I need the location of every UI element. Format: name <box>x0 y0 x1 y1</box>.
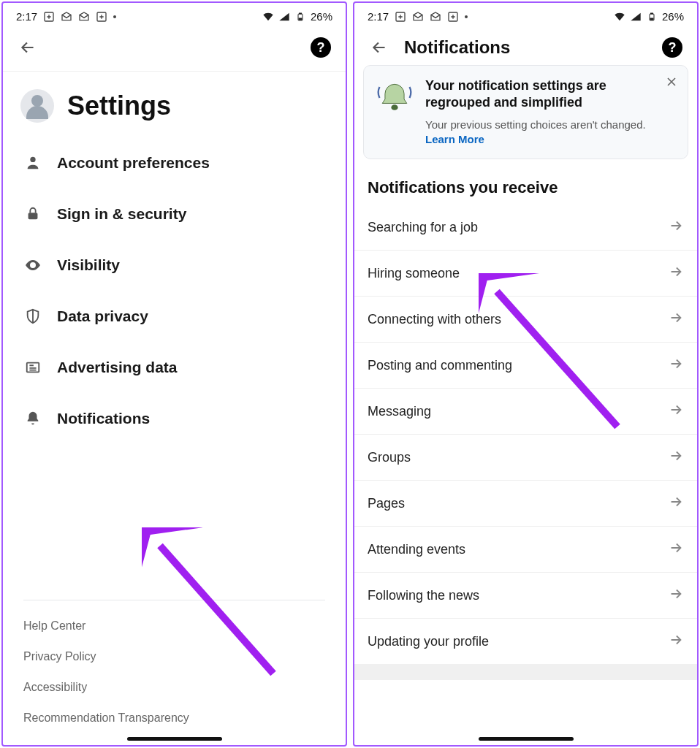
close-icon[interactable] <box>664 75 679 89</box>
notif-label: Groups <box>368 450 411 465</box>
footer-link-accessibility[interactable]: Accessibility <box>23 672 325 703</box>
app-icon-1 <box>395 11 406 23</box>
help-button[interactable]: ? <box>662 37 682 58</box>
svg-rect-4 <box>299 18 302 20</box>
chevron-right-icon <box>668 540 684 559</box>
app-header: Notifications ? <box>354 27 697 65</box>
eye-icon <box>23 256 42 275</box>
bell-icon <box>23 409 42 428</box>
nav-bar-indicator <box>479 737 574 741</box>
status-bar: 2:17 26% <box>3 3 346 27</box>
chevron-right-icon <box>668 264 684 283</box>
battery-icon <box>646 11 658 23</box>
app-icon-2 <box>96 11 107 23</box>
signal-icon <box>278 11 290 23</box>
menu-list: Account preferences Sign in & security V… <box>3 130 346 595</box>
nav-bar-indicator <box>127 737 222 741</box>
chevron-right-icon <box>668 356 684 375</box>
notif-item-messaging[interactable]: Messaging <box>354 389 697 435</box>
notif-item-groups[interactable]: Groups <box>354 435 697 481</box>
signal-icon <box>630 11 642 23</box>
menu-item-advertising-data[interactable]: Advertising data <box>3 342 346 393</box>
notif-item-pages[interactable]: Pages <box>354 481 697 527</box>
notif-item-connecting[interactable]: Connecting with others <box>354 297 697 343</box>
battery-text: 26% <box>662 10 684 23</box>
menu-item-notifications[interactable]: Notifications <box>3 393 346 444</box>
menu-item-account-preferences[interactable]: Account preferences <box>3 137 346 188</box>
notif-item-news[interactable]: Following the news <box>354 573 697 619</box>
notification-list: Searching for a job Hiring someone Conne… <box>354 205 697 664</box>
notif-label: Following the news <box>368 588 479 603</box>
mail-icon-1 <box>412 11 424 23</box>
menu-label: Notifications <box>57 410 150 427</box>
notif-label: Pages <box>368 496 405 511</box>
chevron-right-icon <box>668 586 684 605</box>
menu-label: Sign in & security <box>57 205 186 223</box>
menu-item-visibility[interactable]: Visibility <box>3 240 346 291</box>
status-dot <box>113 15 116 18</box>
svg-rect-13 <box>650 18 653 20</box>
notif-item-events[interactable]: Attending events <box>354 527 697 573</box>
menu-label: Account preferences <box>57 154 210 172</box>
help-button[interactable]: ? <box>311 37 331 58</box>
chevron-right-icon <box>668 494 684 513</box>
notif-label: Searching for a job <box>368 220 478 235</box>
notif-label: Connecting with others <box>368 312 501 327</box>
notif-item-hiring[interactable]: Hiring someone <box>354 251 697 297</box>
notif-item-searching-job[interactable]: Searching for a job <box>354 205 697 251</box>
notif-label: Hiring someone <box>368 266 460 281</box>
chevron-right-icon <box>668 402 684 421</box>
mail-icon-2 <box>430 11 441 23</box>
info-banner: Your notification settings are regrouped… <box>363 65 688 159</box>
wifi-icon <box>614 11 625 23</box>
menu-label: Visibility <box>57 256 120 274</box>
svg-rect-3 <box>299 13 301 14</box>
banner-subtitle-text: Your previous setting choices aren't cha… <box>425 118 646 131</box>
svg-rect-12 <box>650 13 653 14</box>
bottom-strip <box>354 664 697 680</box>
back-button[interactable] <box>369 37 389 58</box>
chevron-right-icon <box>668 632 684 651</box>
svg-rect-6 <box>28 213 38 219</box>
learn-more-link[interactable]: Learn More <box>425 133 484 145</box>
svg-point-14 <box>391 104 397 110</box>
page-title: Settings <box>67 91 171 121</box>
menu-item-data-privacy[interactable]: Data privacy <box>3 291 346 342</box>
footer-link-privacy-policy[interactable]: Privacy Policy <box>23 641 325 672</box>
svg-point-5 <box>30 157 35 162</box>
notif-label: Messaging <box>368 404 431 419</box>
menu-label: Advertising data <box>57 359 178 376</box>
person-icon <box>23 153 42 172</box>
avatar[interactable] <box>20 89 54 123</box>
screen-notifications: 2:17 26% Notifications ? <box>353 1 699 747</box>
bell-illustration-icon <box>374 77 415 118</box>
notif-item-profile[interactable]: Updating your profile <box>354 619 697 664</box>
mail-icon-2 <box>78 11 90 23</box>
divider <box>23 600 325 600</box>
app-header: ? <box>3 27 346 72</box>
section-heading: Notifications you receive <box>354 168 697 205</box>
notif-item-posting[interactable]: Posting and commenting <box>354 343 697 389</box>
news-icon <box>23 358 42 377</box>
status-bar: 2:17 26% <box>354 3 697 27</box>
wifi-icon <box>262 11 274 23</box>
back-button[interactable] <box>18 37 38 58</box>
status-time: 2:17 <box>368 10 389 23</box>
battery-text: 26% <box>311 10 332 23</box>
status-time: 2:17 <box>16 10 37 23</box>
footer-link-help-center[interactable]: Help Center <box>23 611 325 641</box>
lock-icon <box>23 205 42 224</box>
shield-icon <box>23 307 42 326</box>
notif-label: Updating your profile <box>368 634 489 649</box>
footer-links: Help Center Privacy Policy Accessibility… <box>3 611 346 745</box>
chevron-right-icon <box>668 218 684 237</box>
menu-item-signin-security[interactable]: Sign in & security <box>3 188 346 240</box>
banner-subtitle: Your previous setting choices aren't cha… <box>425 118 661 148</box>
app-icon-2 <box>447 11 459 23</box>
chevron-right-icon <box>668 310 684 329</box>
notif-label: Attending events <box>368 542 465 557</box>
banner-title: Your notification settings are regrouped… <box>425 77 661 112</box>
footer-link-recommendation-transparency[interactable]: Recommendation Transparency <box>23 703 325 733</box>
menu-label: Data privacy <box>57 308 148 325</box>
page-title: Notifications <box>404 37 510 58</box>
